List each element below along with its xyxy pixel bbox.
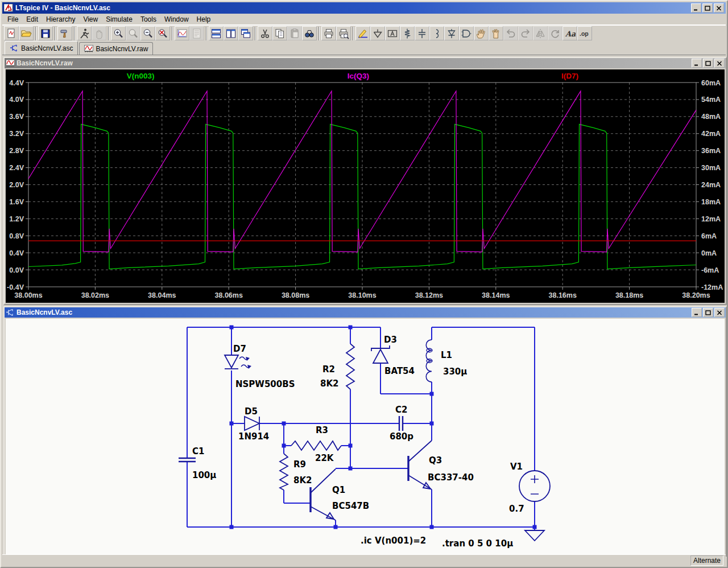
zoom-out-button[interactable]	[140, 26, 155, 40]
menu-hierarchy[interactable]: Hierarchy	[42, 14, 79, 24]
component-D7-led[interactable]	[225, 355, 251, 369]
print-button[interactable]	[321, 26, 336, 40]
menu-window[interactable]: Window	[160, 14, 193, 24]
new-schematic-button[interactable]	[4, 26, 19, 40]
place-inductor-button[interactable]	[429, 26, 444, 40]
schem-minimize-button[interactable]	[692, 308, 702, 317]
menu-file[interactable]: File	[3, 14, 22, 24]
label-D3-value[interactable]: BAT54	[384, 366, 415, 376]
spice-directive-button[interactable]: .op	[577, 26, 592, 40]
label-C1-value[interactable]: 100µ	[192, 470, 216, 480]
waveform-window-title-bar[interactable]: BasicNcnvLV.raw	[5, 58, 726, 68]
menu-view[interactable]: View	[79, 14, 102, 24]
directive-ic[interactable]: .ic V(n001)=2	[361, 536, 426, 546]
print-preview-button[interactable]	[336, 26, 351, 40]
label-L1-value[interactable]: 330µ	[443, 367, 467, 377]
component-D5-diode[interactable]	[245, 417, 259, 430]
toolbar-separator	[108, 27, 109, 40]
schem-close-button[interactable]	[714, 308, 725, 317]
label-L1-ref[interactable]: L1	[441, 350, 452, 360]
find-button[interactable]	[302, 26, 317, 40]
label-C2-ref[interactable]: C2	[395, 405, 407, 415]
label-D3-ref[interactable]: D3	[384, 335, 397, 345]
zoom-in-button[interactable]	[111, 26, 126, 40]
component-V1-voltage-source[interactable]	[519, 471, 550, 501]
trace-label-ic-q3-[interactable]: Ic(Q3)	[348, 72, 369, 80]
label-R2-value[interactable]: 8K2	[320, 378, 339, 389]
place-component-button[interactable]	[459, 26, 474, 40]
label-Q1-ref[interactable]: Q1	[332, 485, 345, 495]
maximize-button[interactable]	[702, 3, 713, 13]
component-R3-resistor[interactable]	[291, 441, 341, 450]
tile-h-icon	[210, 28, 222, 39]
control-panel-button[interactable]	[57, 26, 72, 40]
label-C1-ref[interactable]: C1	[192, 446, 204, 456]
menu-simulate[interactable]: Simulate	[102, 14, 136, 24]
component-C1-capacitor[interactable]	[179, 458, 196, 462]
save-button[interactable]	[38, 26, 53, 40]
run-button[interactable]	[77, 26, 92, 40]
label-D7-ref[interactable]: D7	[233, 344, 246, 354]
paste-icon	[289, 28, 300, 39]
drag-button[interactable]	[489, 26, 503, 40]
trace-label-v-n003-[interactable]: V(n003)	[127, 72, 155, 80]
place-ground-button[interactable]	[370, 26, 385, 40]
menu-tools[interactable]: Tools	[136, 14, 160, 24]
schem-maximize-button[interactable]	[703, 308, 713, 317]
label-D5-ref[interactable]: D5	[245, 406, 258, 417]
label-Q3-ref[interactable]: Q3	[429, 455, 442, 466]
component-L1-inductor[interactable]	[426, 340, 432, 382]
cut-button[interactable]	[258, 26, 272, 40]
tab-basicncnvlv-asc[interactable]: BasicNcnvLV.asc	[5, 41, 78, 55]
label-Q3-value[interactable]: BC337-40	[428, 472, 474, 483]
redo-button	[518, 26, 533, 40]
label-R3-ref[interactable]: R3	[316, 425, 328, 435]
close-button[interactable]	[714, 3, 724, 13]
label-R9-ref[interactable]: R9	[293, 459, 306, 470]
component-R9-resistor[interactable]	[280, 454, 288, 490]
wave-close-button[interactable]	[714, 59, 725, 68]
label-net-button[interactable]	[385, 26, 400, 40]
move-button[interactable]	[474, 26, 489, 40]
tab-basicncnvlv-raw[interactable]: BasicNcnvLV.raw	[79, 42, 153, 55]
trace-label-i-d7-[interactable]: I(D7)	[561, 72, 578, 80]
main-title-bar[interactable]: LTspice IV - BasicNcnvLV.asc	[2, 2, 726, 14]
label-V1-value[interactable]: 0.7	[509, 504, 524, 514]
zoom-full-extents-button[interactable]	[155, 26, 170, 40]
label-R3-value[interactable]: 22K	[315, 453, 334, 463]
menu-help[interactable]: Help	[193, 14, 215, 24]
label-C2-value[interactable]: 680p	[390, 431, 413, 442]
schematic-window-title-bar[interactable]: BasicNcnvLV.asc	[5, 307, 726, 318]
wave-maximize-button[interactable]	[703, 59, 713, 68]
ground-symbol[interactable]	[525, 530, 544, 541]
label-D5-value[interactable]: 1N914	[238, 431, 269, 442]
label-R2-ref[interactable]: R2	[322, 364, 335, 374]
directive-tran[interactable]: .tran 0 5 0 10µ	[442, 538, 513, 549]
component-C2-capacitor[interactable]	[399, 416, 403, 431]
waveform-plot-area[interactable]: 4.4V4.0V3.6V3.2V2.8V2.4V2.0V1.6V1.2V0.8V…	[6, 69, 725, 303]
tab-label: BasicNcnvLV.raw	[96, 45, 148, 53]
place-diode-button[interactable]	[444, 26, 459, 40]
copy-button[interactable]	[272, 26, 287, 40]
label-V1-ref[interactable]: V1	[510, 462, 523, 472]
label-D7-value[interactable]: NSPW500BS	[235, 379, 295, 389]
cascade-windows-button[interactable]	[238, 26, 253, 40]
component-R2-resistor[interactable]	[346, 344, 354, 389]
draw-wire-button[interactable]	[355, 26, 370, 40]
wave-minimize-button[interactable]	[692, 59, 702, 68]
x-axis-tick-label: 38.18ms	[615, 291, 643, 299]
minimize-button[interactable]	[691, 3, 701, 13]
open-button[interactable]	[19, 26, 34, 40]
tile-vertically-button[interactable]	[224, 26, 238, 40]
place-resistor-button[interactable]	[400, 26, 415, 40]
label-R9-value[interactable]: 8K2	[293, 475, 312, 485]
tile-horizontally-button[interactable]	[209, 26, 224, 40]
place-text-button[interactable]: Aa	[562, 26, 577, 40]
place-capacitor-button[interactable]	[415, 26, 429, 40]
right-axis-tick-label: 12mA	[701, 215, 721, 223]
schematic-canvas[interactable]: D7 NSPW500BS D5 1N914 C1 100µ R2 8K2 D3 …	[6, 319, 725, 554]
autorange-y-axis-button[interactable]	[175, 26, 189, 40]
label-Q1-value[interactable]: BC547B	[332, 501, 369, 511]
menu-edit[interactable]: Edit	[22, 14, 42, 24]
component-D3-schottky-diode[interactable]	[371, 345, 390, 363]
